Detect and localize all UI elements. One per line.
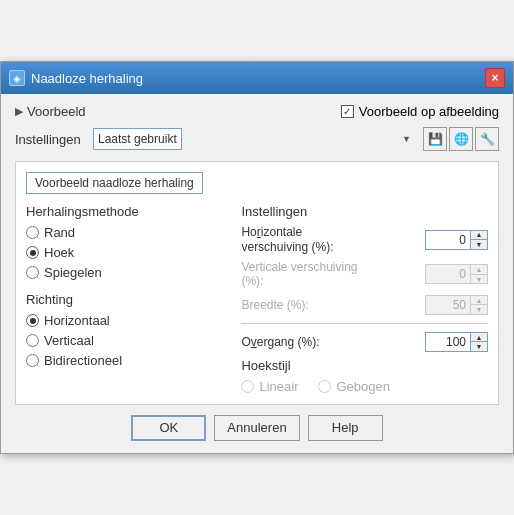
settings-label: Instellingen <box>15 132 85 147</box>
breedte-arrows: ▲ ▼ <box>470 295 488 315</box>
horiz-spinner: ▲ ▼ <box>425 230 488 250</box>
divider <box>241 323 488 324</box>
dir-bidirectioneel-radio[interactable] <box>26 354 39 367</box>
instellingen-title: Instellingen <box>241 204 488 219</box>
overgang-field-row: Overgang (%): ▲ ▼ <box>241 332 488 352</box>
dir-horizontaal-radio[interactable] <box>26 314 39 327</box>
dir-bidirectioneel[interactable]: Bidirectioneel <box>26 353 231 368</box>
hoekstijl-gebogen: Gebogen <box>318 379 390 394</box>
herhalingsmethode-title: Herhalingsmethode <box>26 204 231 219</box>
settings-select-wrapper: Laatst gebruikt <box>93 128 415 150</box>
overgang-input[interactable] <box>425 332 470 352</box>
preview-on-image-checkbox[interactable]: ✓ <box>341 105 354 118</box>
cancel-button[interactable]: Annuleren <box>214 415 299 441</box>
method-hoek-label: Hoek <box>44 245 74 260</box>
method-rand[interactable]: Rand <box>26 225 231 240</box>
breedte-down-button: ▼ <box>471 305 487 314</box>
hoekstijl-gebogen-label: Gebogen <box>336 379 390 394</box>
preview-arrow-icon: ▶ <box>15 105 23 118</box>
right-column: Instellingen Horizontaleverschuiving (%)… <box>241 204 488 394</box>
dialog-title: Naadloze herhaling <box>31 71 485 86</box>
vert-spinner: ▲ ▼ <box>425 264 488 284</box>
horiz-up-button[interactable]: ▲ <box>471 231 487 241</box>
vert-field-row: Verticale verschuiving(%): ▲ ▼ <box>241 260 488 289</box>
hoekstijl-section: Hoekstijl Lineair Gebogen <box>241 358 488 394</box>
settings-select[interactable]: Laatst gebruikt <box>93 128 182 150</box>
dir-horizontaal-label: Horizontaal <box>44 313 110 328</box>
horiz-field-row: Horizontaleverschuiving (%): ▲ ▼ <box>241 225 488 254</box>
bottom-buttons: OK Annuleren Help <box>15 415 499 441</box>
top-row: ▶ Voorbeeld ✓ Voorbeeld op afbeelding <box>15 104 499 119</box>
main-content: Voorbeeld naadloze herhaling Herhalingsm… <box>15 161 499 405</box>
dir-horizontaal[interactable]: Horizontaal <box>26 313 231 328</box>
preview-label-text: Voorbeeld <box>27 104 86 119</box>
hoekstijl-gebogen-radio <box>318 380 331 393</box>
ok-button[interactable]: OK <box>131 415 206 441</box>
overgang-spinner: ▲ ▼ <box>425 332 488 352</box>
vert-up-button: ▲ <box>471 265 487 275</box>
breedte-label-text: Breedte (%): <box>241 298 308 312</box>
hoekstijl-lineair-label: Lineair <box>259 379 298 394</box>
method-rand-label: Rand <box>44 225 75 240</box>
overgang-down-button[interactable]: ▼ <box>471 342 487 351</box>
breedte-up-button: ▲ <box>471 296 487 306</box>
horiz-arrows: ▲ ▼ <box>470 230 488 250</box>
globe-button[interactable]: 🌐 <box>449 127 473 151</box>
dir-horizontaal-dot <box>30 318 36 324</box>
breedte-label: Breedte (%): <box>241 298 419 312</box>
hoekstijl-radios: Lineair Gebogen <box>241 379 488 394</box>
preview-checkbox-row: ✓ Voorbeeld op afbeelding <box>341 104 499 119</box>
richting-title: Richting <box>26 292 231 307</box>
vert-input <box>425 264 470 284</box>
vert-label: Verticale verschuiving(%): <box>241 260 419 289</box>
hoekstijl-title: Hoekstijl <box>241 358 488 373</box>
method-spiegelen[interactable]: Spiegelen <box>26 265 231 280</box>
overgang-label-text: Overgang (%): <box>241 335 319 349</box>
method-hoek[interactable]: Hoek <box>26 245 231 260</box>
vert-label-text: Verticale verschuiving(%): <box>241 260 357 288</box>
method-rand-radio[interactable] <box>26 226 39 239</box>
preview-naadloos-button[interactable]: Voorbeeld naadloze herhaling <box>26 172 203 194</box>
herhalingsmethode-group: Rand Hoek Spiegel <box>26 225 231 280</box>
dir-verticaal-radio[interactable] <box>26 334 39 347</box>
dialog-window: ◈ Naadloze herhaling × ▶ Voorbeeld ✓ Voo… <box>0 61 514 454</box>
richting-group: Horizontaal Verticaal Bidirectione <box>26 313 231 368</box>
horiz-label-text: Horizontaleverschuiving (%): <box>241 225 333 253</box>
toolbar-icons: 💾 🌐 🔧 <box>423 127 499 151</box>
preview-naadloos-row: Voorbeeld naadloze herhaling <box>26 172 488 194</box>
method-hoek-dot <box>30 250 36 256</box>
tool-button[interactable]: 🔧 <box>475 127 499 151</box>
help-button[interactable]: Help <box>308 415 383 441</box>
dir-verticaal[interactable]: Verticaal <box>26 333 231 348</box>
left-column: Herhalingsmethode Rand <box>26 204 231 394</box>
dialog-icon: ◈ <box>9 70 25 86</box>
method-spiegelen-label: Spiegelen <box>44 265 102 280</box>
breedte-input <box>425 295 470 315</box>
horiz-input[interactable] <box>425 230 470 250</box>
overgang-label: Overgang (%): <box>241 335 419 349</box>
dir-bidirectioneel-label: Bidirectioneel <box>44 353 122 368</box>
preview-on-image-label: Voorbeeld op afbeelding <box>359 104 499 119</box>
hoekstijl-lineair-radio <box>241 380 254 393</box>
hoekstijl-lineair: Lineair <box>241 379 298 394</box>
two-column-layout: Herhalingsmethode Rand <box>26 204 488 394</box>
overgang-up-button[interactable]: ▲ <box>471 333 487 343</box>
title-bar: ◈ Naadloze herhaling × <box>1 62 513 94</box>
vert-arrows: ▲ ▼ <box>470 264 488 284</box>
preview-section: ▶ Voorbeeld <box>15 104 86 119</box>
horiz-label: Horizontaleverschuiving (%): <box>241 225 419 254</box>
method-spiegelen-radio[interactable] <box>26 266 39 279</box>
breedte-spinner: ▲ ▼ <box>425 295 488 315</box>
breedte-field-row: Breedte (%): ▲ ▼ <box>241 295 488 315</box>
vert-down-button: ▼ <box>471 275 487 284</box>
method-hoek-radio[interactable] <box>26 246 39 259</box>
dir-verticaal-label: Verticaal <box>44 333 94 348</box>
overgang-arrows: ▲ ▼ <box>470 332 488 352</box>
close-button[interactable]: × <box>485 68 505 88</box>
dialog-body: ▶ Voorbeeld ✓ Voorbeeld op afbeelding In… <box>1 94 513 453</box>
save-settings-button[interactable]: 💾 <box>423 127 447 151</box>
settings-row: Instellingen Laatst gebruikt 💾 🌐 🔧 <box>15 127 499 151</box>
horiz-down-button[interactable]: ▼ <box>471 240 487 249</box>
